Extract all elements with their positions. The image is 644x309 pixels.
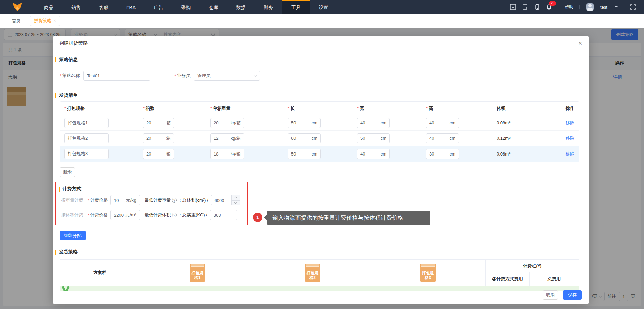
billing-by-weight-row: 按重量计费 * 计费价格 10元/kg 最低计费重量 ? ：总体积(cm³) /… xyxy=(61,195,247,205)
smart-allocate-button[interactable]: 智能分配 xyxy=(60,231,86,240)
by-volume-label: 按体积计费 xyxy=(61,212,88,218)
remove-link[interactable]: 移除 xyxy=(559,151,579,157)
download-icon[interactable] xyxy=(510,4,516,10)
nav-item-tools[interactable]: 工具 xyxy=(282,0,310,14)
add-row-button[interactable]: 新增 xyxy=(60,167,75,177)
required-mark: * xyxy=(88,213,89,218)
min-weight-formula: ：总体积(cm³) / xyxy=(178,197,208,203)
mobile-icon[interactable] xyxy=(534,4,540,10)
document-add-icon[interactable] xyxy=(522,4,528,10)
volume-value: 0.06m³ xyxy=(491,151,559,157)
min-volume-divisor-input[interactable]: 363 xyxy=(210,210,237,220)
width-input[interactable]: 50cm xyxy=(357,133,390,143)
chevron-down-icon xyxy=(254,74,257,77)
salesman-field-value: 管理员 xyxy=(197,73,210,79)
section-bar xyxy=(55,93,56,98)
unit-weight-input[interactable]: 20kg/箱 xyxy=(210,118,244,128)
billing-by-volume-row: 按体积计费 * 计费价格 2200元/m³ 最低计费体积 ? ：总实重(KG) … xyxy=(61,210,247,220)
nav-item-settings[interactable]: 设置 xyxy=(310,0,337,14)
number-spinner[interactable] xyxy=(231,195,240,205)
tab-home[interactable]: 首页 xyxy=(12,18,21,24)
fox-logo-icon xyxy=(12,2,23,12)
user-avatar[interactable] xyxy=(586,3,594,11)
nav-item-data[interactable]: 数据 xyxy=(227,0,255,14)
salesman-field-select[interactable]: 管理员 xyxy=(194,71,260,81)
volume-price-input[interactable]: 2200元/m³ xyxy=(110,210,140,220)
required-mark: * xyxy=(174,73,176,78)
min-volume-formula: ：总实重(KG) / xyxy=(178,212,207,218)
boxes-input[interactable]: 20箱 xyxy=(143,118,174,128)
remove-link[interactable]: 移除 xyxy=(559,120,579,126)
height-input[interactable]: 40cm xyxy=(426,118,459,128)
remove-link[interactable]: 移除 xyxy=(559,135,579,141)
help-link[interactable]: 帮助 xyxy=(565,4,573,10)
notifications-bell-icon[interactable]: 79 xyxy=(546,4,552,10)
modal-body: 策略信息 * 策略名称 Test01 * 业务员 管理员 发货清单 xyxy=(53,50,589,291)
package-icon: 打包规格2 xyxy=(305,264,320,282)
col-unit-weight: 单箱重量 xyxy=(213,106,230,111)
billing-section-highlight: 计费方式 按重量计费 * 计费价格 10元/kg 最低计费重量 ? ：总体积(c… xyxy=(55,182,248,225)
username[interactable]: test xyxy=(600,5,607,10)
required-mark: * xyxy=(210,106,212,111)
nav-item-warehouse[interactable]: 仓库 xyxy=(200,0,227,14)
volume-value: 0.08m³ xyxy=(491,120,559,125)
help-circle-icon[interactable]: ? xyxy=(172,213,177,217)
strategy-row-partial xyxy=(60,286,579,291)
nav-item-finance[interactable]: 财务 xyxy=(255,0,282,14)
annotation-tooltip: 输入物流商提供的按重量计费价格与按体积计费价格 xyxy=(267,211,430,225)
section-label: 策略信息 xyxy=(59,57,78,63)
length-input[interactable]: 60cm xyxy=(288,133,321,143)
section-label: 发货清单 xyxy=(59,92,78,98)
height-input[interactable]: 30cm xyxy=(426,149,459,159)
tab-close-icon[interactable]: × xyxy=(54,18,56,23)
height-input[interactable]: 40cm xyxy=(426,133,459,143)
nav-item-ads[interactable]: 广告 xyxy=(145,0,172,14)
tab-current[interactable]: 拼货策略 × xyxy=(30,16,60,26)
screen: 商品 销售 客服 FBA 广告 采购 仓库 数据 财务 工具 设置 79 xyxy=(0,0,644,309)
boxes-input[interactable]: 20箱 xyxy=(143,133,174,143)
divider xyxy=(579,5,580,9)
fullscreen-icon[interactable] xyxy=(630,4,636,10)
section-strategy-info: 策略信息 xyxy=(55,56,582,63)
spec-name-input[interactable]: 打包规格1 xyxy=(64,118,109,128)
strategy-name-field[interactable]: Test01 xyxy=(83,71,150,81)
min-volume-label: 最低计费体积 xyxy=(145,212,171,218)
width-input[interactable]: 40cm xyxy=(357,149,390,159)
cancel-button[interactable]: 取消 xyxy=(543,290,558,300)
section-shipping-strategy: 发货策略 xyxy=(55,249,582,255)
unit-weight-input[interactable]: 18kg/箱 xyxy=(210,149,244,159)
billing-column-header: 计费栏(¥) 各计费方式费用 总费用 xyxy=(486,260,579,286)
help-circle-icon[interactable]: ? xyxy=(172,198,177,203)
package-icon: 打包规格3 xyxy=(420,264,436,282)
unit-weight-input[interactable]: 12kg/箱 xyxy=(210,133,244,143)
spinner-up-icon[interactable] xyxy=(232,195,240,200)
weight-price-input[interactable]: 10元/kg xyxy=(110,195,140,205)
spec-name-input[interactable]: 打包规格2 xyxy=(64,133,109,143)
boxes-input[interactable]: 20箱 xyxy=(143,149,174,159)
close-icon[interactable]: ✕ xyxy=(578,40,582,46)
top-navbar: 商品 销售 客服 FBA 广告 采购 仓库 数据 财务 工具 设置 79 xyxy=(0,0,644,14)
col-volume: 体积 xyxy=(497,106,505,111)
strategy-name-field-label: 策略名称 xyxy=(62,73,80,79)
length-input[interactable]: 50cm xyxy=(288,118,321,128)
nav-item-fba[interactable]: FBA xyxy=(117,0,145,14)
length-input[interactable]: 50cm xyxy=(288,149,321,159)
min-weight-divisor-input[interactable]: 6000 xyxy=(211,195,240,205)
checkmark-icon xyxy=(62,286,71,291)
col-width: 宽 xyxy=(360,106,364,111)
spec-name-input[interactable]: 打包规格3 xyxy=(64,149,109,159)
required-mark: * xyxy=(64,106,66,111)
spinner-down-icon[interactable] xyxy=(232,200,240,206)
required-mark: * xyxy=(288,106,289,111)
save-button[interactable]: 保存 xyxy=(563,290,582,300)
nav-item-service[interactable]: 客服 xyxy=(90,0,117,14)
col-action: 操作 xyxy=(566,106,574,111)
nav-item-sales[interactable]: 销售 xyxy=(62,0,90,14)
shipping-row-2: 打包规格2 20箱 12kg/箱 60cm 50cm 40cm 0.12m³ 移… xyxy=(60,131,579,146)
app-logo[interactable] xyxy=(0,0,35,14)
nav-item-purchase[interactable]: 采购 xyxy=(172,0,200,14)
spec3-column-header: 打包规格3 xyxy=(370,260,486,286)
nav-item-products[interactable]: 商品 xyxy=(35,0,62,14)
price-label: 计费价格 xyxy=(90,197,108,203)
width-input[interactable]: 40cm xyxy=(357,118,390,128)
